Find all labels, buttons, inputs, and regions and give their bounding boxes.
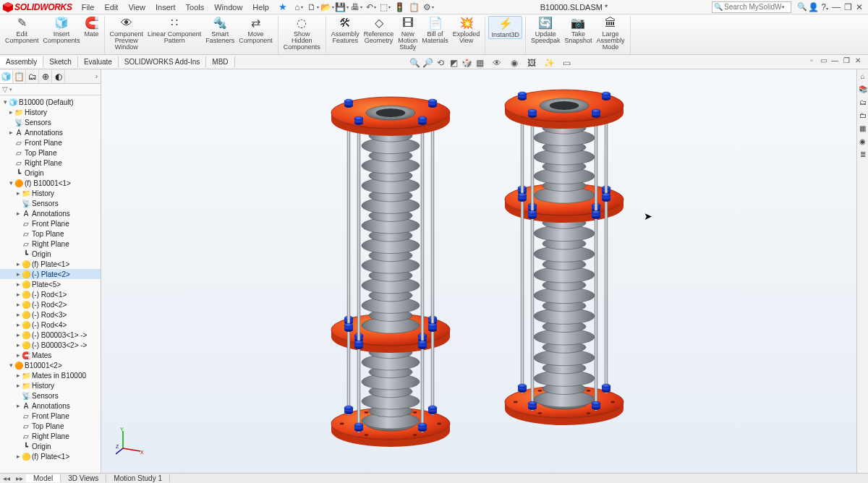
qat-home-icon[interactable]: ⌂▾: [292, 1, 306, 13]
ribbon-exploded-view[interactable]: 💥Exploded View: [451, 16, 482, 44]
restore-icon[interactable]: ❐: [842, 2, 854, 12]
ribbon-new-motion-study[interactable]: 🎞New Motion Study: [396, 16, 420, 51]
menu-tools[interactable]: Tools: [181, 3, 210, 12]
graphics-viewport[interactable]: ➤ Y X Z: [101, 69, 856, 473]
view-orient-icon[interactable]: 🎲: [460, 57, 473, 69]
qat-undo-icon[interactable]: ↶▾: [364, 1, 378, 13]
child-maximize-icon[interactable]: ❐: [841, 56, 852, 67]
tp-design-library-icon[interactable]: 🗂: [857, 95, 868, 108]
expand-icon[interactable]: ▸: [14, 189, 22, 197]
bottom-nav-left-icon[interactable]: ◂◂: [0, 474, 13, 482]
bottom-tab-motion-study-1[interactable]: Motion Study 1: [106, 474, 170, 482]
fm-tab-overflow-icon[interactable]: ›: [95, 72, 101, 80]
ribbon-component-preview-window[interactable]: 👁Component Preview Window: [108, 16, 146, 51]
fm-tab-dim-icon[interactable]: ⊕: [39, 70, 52, 83]
tree-node[interactable]: ▾🧊B10000 (Default): [0, 97, 101, 107]
fm-tab-property-icon[interactable]: 📋: [13, 70, 26, 83]
tree-node[interactable]: ▸🟡Plate<5>: [0, 279, 101, 289]
help-icon[interactable]: ?▾: [819, 2, 830, 12]
zoom-fit-icon[interactable]: 🔍: [408, 57, 421, 69]
fm-tab-display-icon[interactable]: ◐: [52, 70, 65, 83]
menu-insert[interactable]: Insert: [150, 3, 181, 12]
close-icon[interactable]: ✕: [854, 2, 865, 12]
qat-settings-icon[interactable]: ⚙▾: [422, 1, 436, 13]
ribbon-edit-component[interactable]: ✎Edit Component: [3, 16, 41, 44]
expand-icon[interactable]: ▾: [7, 179, 14, 187]
tp-file-explorer-icon[interactable]: 🗀: [857, 108, 868, 121]
tree-node[interactable]: ▾🟠B10001<2>: [0, 360, 101, 370]
tree-node[interactable]: ┗Origin: [0, 249, 101, 259]
expand-icon[interactable]: ▸: [14, 341, 22, 349]
menu-help[interactable]: Help: [247, 3, 274, 12]
tree-node[interactable]: ▸🟡(f) Plate<1>: [0, 451, 101, 461]
tp-appearances-icon[interactable]: ◉: [857, 134, 868, 148]
ribbon-smart-fasteners[interactable]: 🔩Smart Fasteners: [203, 16, 237, 44]
expand-icon[interactable]: ▸: [14, 382, 22, 389]
qat-select-icon[interactable]: ⬚▾: [378, 1, 393, 13]
cm-tab-solidworks-add-ins[interactable]: SOLIDWORKS Add-Ins: [119, 56, 206, 67]
expand-icon[interactable]: ▸: [14, 291, 22, 298]
tree-node[interactable]: ▸🟡(-) Rod<3>: [0, 309, 101, 320]
expand-icon[interactable]: ▸: [14, 321, 22, 328]
tp-resources-icon[interactable]: 📚: [857, 82, 868, 95]
render-icon[interactable]: ▭: [560, 57, 573, 69]
display-style-icon[interactable]: ▦: [473, 57, 486, 69]
hide-show-icon[interactable]: 👁: [490, 57, 503, 69]
tree-node[interactable]: ▸🧲Mates: [0, 350, 101, 360]
tree-node[interactable]: ▸🟡(f) Plate<1>: [0, 259, 101, 269]
qat-rebuild-icon[interactable]: 🚦: [393, 1, 407, 13]
bottom-tab-model[interactable]: Model: [26, 474, 61, 482]
expand-icon[interactable]: ▾: [7, 362, 14, 369]
expand-icon[interactable]: ▸: [14, 402, 22, 409]
expand-icon[interactable]: ▸: [14, 301, 22, 308]
tree-node[interactable]: ▱Front Plane: [0, 137, 101, 148]
menu-file[interactable]: File: [77, 3, 100, 12]
expand-icon[interactable]: ▸: [14, 260, 22, 268]
search-go-icon[interactable]: 🔍: [797, 2, 807, 12]
expand-icon[interactable]: ▸: [14, 311, 22, 318]
ribbon-large-assembly-mode[interactable]: 🏛Large Assembly Mode: [594, 16, 626, 51]
tree-node[interactable]: ▸🟡(-) Rod<2>: [0, 299, 101, 309]
tp-home-icon[interactable]: ⌂: [857, 69, 868, 82]
view-settings-icon[interactable]: ✨: [542, 57, 556, 69]
ribbon-mate[interactable]: 🧲Mate: [82, 16, 101, 38]
ribbon-assembly-features[interactable]: 🛠Assembly Features: [329, 16, 362, 44]
tree-node[interactable]: 📡Sensors: [0, 198, 101, 208]
child-minimize-icon[interactable]: ▭: [817, 56, 829, 67]
ribbon-bill-of-materials[interactable]: 📄Bill of Materials: [420, 16, 451, 44]
tree-node[interactable]: ▸🟡(-) B00003<2> ->: [0, 340, 101, 350]
expand-icon[interactable]: ▸: [14, 281, 22, 288]
qat-new-icon[interactable]: 🗋▾: [306, 1, 320, 13]
cm-tab-mbd[interactable]: MBD: [206, 56, 234, 67]
expand-icon[interactable]: ▸: [14, 331, 22, 338]
fm-tab-feature-icon[interactable]: 🧊: [0, 70, 13, 83]
ribbon-show-hidden-components[interactable]: ◌Show Hidden Components: [281, 16, 323, 51]
menu-view[interactable]: View: [123, 3, 150, 12]
tree-node[interactable]: ▸📁History: [0, 380, 101, 390]
fm-tab-config-icon[interactable]: 🗂: [26, 70, 39, 83]
tree-filter[interactable]: ▽ ▾: [0, 84, 101, 95]
tree-node[interactable]: ▱Right Plane: [0, 431, 101, 441]
qat-options-icon[interactable]: 📋: [407, 1, 422, 13]
tree-node[interactable]: ▸🟡(-) Rod<4>: [0, 320, 101, 330]
child-restore-icon[interactable]: —: [829, 56, 841, 67]
tree-node[interactable]: 📡Sensors: [0, 390, 101, 401]
ribbon-move-component[interactable]: ⇄Move Component: [237, 16, 275, 44]
expand-icon[interactable]: ▸: [14, 372, 22, 379]
tree-node[interactable]: ▸🟡(-) Rod<1>: [0, 289, 101, 299]
appearance-icon[interactable]: ◉: [508, 57, 521, 69]
qat-save-icon[interactable]: 💾▾: [335, 1, 349, 13]
tree-node[interactable]: ▱Top Plane: [0, 148, 101, 158]
expand-icon[interactable]: ▸: [14, 270, 22, 278]
tree-node[interactable]: ▱Front Plane: [0, 411, 101, 421]
tree-node[interactable]: ▱Right Plane: [0, 239, 101, 249]
expand-icon[interactable]: ▾: [1, 98, 9, 106]
tree-node[interactable]: ┗Origin: [0, 168, 101, 178]
zoom-area-icon[interactable]: 🔎: [421, 57, 434, 69]
user-icon[interactable]: 👤: [807, 2, 819, 12]
tp-custom-props-icon[interactable]: ≣: [857, 148, 868, 161]
tree-node[interactable]: ▱Top Plane: [0, 228, 101, 239]
child-close-icon[interactable]: ✕: [852, 56, 864, 67]
search-input[interactable]: [724, 3, 782, 11]
cm-tab-evaluate[interactable]: Evaluate: [78, 56, 119, 67]
